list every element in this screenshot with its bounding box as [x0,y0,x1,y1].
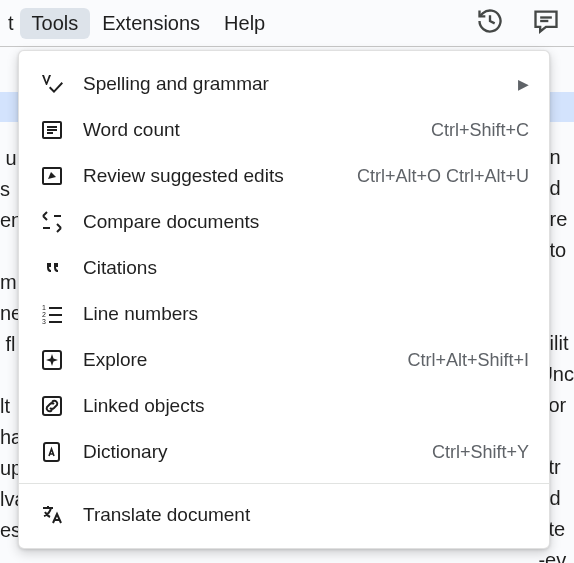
tools-dropdown: Spelling and grammar ▶ Word count Ctrl+S… [18,50,550,549]
svg-rect-14 [43,397,61,415]
menuitem-spelling-grammar[interactable]: Spelling and grammar ▶ [19,61,549,107]
dictionary-icon [39,439,65,465]
menubar-divider [0,46,574,47]
menuitem-shortcut: Ctrl+Shift+Y [432,442,529,463]
comment-icon[interactable] [532,7,560,40]
menu-tools[interactable]: Tools [20,8,91,39]
menuitem-shortcut: Ctrl+Shift+C [431,120,529,141]
compare-icon [39,209,65,235]
svg-text:1: 1 [42,304,46,311]
menuitem-shortcut: Ctrl+Alt+O Ctrl+Alt+U [357,166,529,187]
line-numbers-icon: 123 [39,301,65,327]
word-count-icon [39,117,65,143]
menubar-preceding-fragment: t [8,8,20,39]
toolbar-right-icons [476,7,566,40]
menuitem-label: Citations [83,257,157,279]
citations-icon [39,255,65,281]
menuitem-label: Line numbers [83,303,198,325]
spellcheck-icon [39,71,65,97]
svg-text:3: 3 [42,318,46,325]
menuitem-line-numbers[interactable]: 123 Line numbers [19,291,549,337]
menu-extensions[interactable]: Extensions [90,8,212,39]
history-icon[interactable] [476,7,504,40]
svg-rect-15 [44,443,59,461]
menu-help[interactable]: Help [212,8,277,39]
menuitem-shortcut: Ctrl+Alt+Shift+I [407,350,529,371]
menuitem-dictionary[interactable]: Dictionary Ctrl+Shift+Y [19,429,549,475]
menuitem-review-suggested-edits[interactable]: Review suggested edits Ctrl+Alt+O Ctrl+A… [19,153,549,199]
menuitem-label: Translate document [83,504,250,526]
menuitem-compare-documents[interactable]: Compare documents [19,199,549,245]
explore-icon [39,347,65,373]
menuitem-label: Dictionary [83,441,167,463]
menuitem-label: Explore [83,349,147,371]
menuitem-label: Review suggested edits [83,165,284,187]
svg-text:2: 2 [42,311,46,318]
doc-left-fragments: u s en m ne fl lt ha up lva es [0,112,18,546]
menuitem-linked-objects[interactable]: Linked objects [19,383,549,429]
menuitem-label: Linked objects [83,395,204,417]
menuitem-word-count[interactable]: Word count Ctrl+Shift+C [19,107,549,153]
menuitem-label: Spelling and grammar [83,73,269,95]
menubar: t Tools Extensions Help [0,0,574,46]
menuitem-explore[interactable]: Explore Ctrl+Alt+Shift+I [19,337,549,383]
menuitem-label: Word count [83,119,180,141]
translate-icon [39,502,65,528]
menuitem-label: Compare documents [83,211,259,233]
dropdown-separator [19,483,549,484]
linked-objects-icon [39,393,65,419]
menuitem-translate-document[interactable]: Translate document [19,492,549,538]
menuitem-citations[interactable]: Citations [19,245,549,291]
submenu-arrow-icon: ▶ [518,76,529,92]
review-edits-icon [39,163,65,189]
